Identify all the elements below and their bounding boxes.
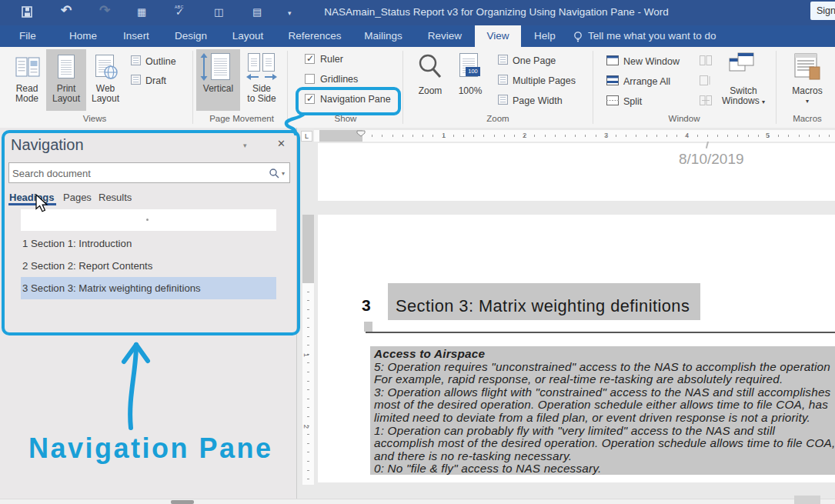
document-heading: Section 3: Matrix weighting definitions: [396, 296, 690, 316]
new-window-icon: [606, 55, 619, 65]
vertical-button[interactable]: [196, 49, 240, 111]
page-width-button[interactable]: Page Width: [513, 95, 563, 106]
ruler-label[interactable]: Ruler: [320, 54, 343, 65]
group-separator: [402, 51, 403, 124]
body-line: 3: Operation allows flight with "constra…: [374, 386, 835, 399]
annotation-label: Navigation Pane: [28, 432, 273, 465]
ruler-number: 3: [604, 131, 608, 139]
body-line: 0: No "file & fly" access to NAS necessa…: [374, 462, 835, 476]
taskbar-icon: [171, 500, 194, 504]
tab-layout[interactable]: Layout: [231, 25, 265, 47]
ribbon: Read Mode Print Layout Web Layout Outlin…: [0, 47, 835, 129]
two-page-view-icon[interactable]: ◫: [214, 7, 223, 17]
tellme-box[interactable]: Tell me what you want to do: [588, 25, 716, 47]
ruler-checkmark: ✓: [306, 54, 314, 63]
status-bar: [0, 499, 835, 504]
table-insert-icon[interactable]: ▤: [252, 7, 262, 17]
tab-file[interactable]: File: [14, 25, 42, 47]
sign-in-button[interactable]: Sign: [810, 2, 835, 20]
vruler-ticks: [307, 283, 309, 485]
tab-home[interactable]: Home: [68, 25, 99, 47]
body-line: For example, rapid response, or real-tim…: [374, 373, 835, 386]
heading-number: 3: [362, 296, 371, 315]
body-line: 5: Operation requires "unconstrained" ac…: [374, 361, 835, 374]
vruler-number: 1: [302, 353, 311, 357]
split-icon: [606, 95, 619, 105]
tab-view[interactable]: View: [475, 25, 521, 47]
body-line: limited need to deviate from a filed pla…: [374, 412, 835, 425]
document-page-1: [318, 143, 835, 201]
tab-references[interactable]: References: [288, 25, 342, 47]
macros-group-label: Macros: [783, 114, 831, 123]
tab-help[interactable]: Help: [533, 25, 557, 47]
group-separator: [776, 51, 777, 124]
reset-window-position-icon: [700, 95, 712, 105]
one-page-button[interactable]: One Page: [513, 55, 556, 66]
heading-underline: [366, 332, 835, 333]
tab-design[interactable]: Design: [175, 25, 207, 47]
group-separator: [593, 51, 593, 124]
save-icon[interactable]: [22, 6, 32, 18]
vruler-number: 2: [302, 425, 311, 429]
page-movement-group-label: Page Movement: [203, 114, 280, 123]
gridlines-label[interactable]: Gridlines: [320, 74, 358, 85]
spelling-check-icon[interactable]: ✓: [175, 7, 184, 17]
page-width-icon: [498, 95, 508, 105]
ribbon-tabs: File Home Insert Design Layout Reference…: [0, 25, 835, 47]
ruler-number: 2: [523, 131, 526, 139]
outline-button[interactable]: Outline: [145, 56, 176, 67]
multiple-pages-icon: [498, 75, 508, 85]
vertical-ruler[interactable]: 1 2: [302, 143, 314, 485]
split-button[interactable]: Split: [623, 96, 642, 107]
body-line: Access to Airspace: [374, 348, 835, 361]
print-layout-button[interactable]: [46, 49, 86, 111]
hundred-button[interactable]: [453, 47, 488, 111]
body-line: and there is no re-tasking necessary.: [374, 450, 835, 463]
body-line: 1: Operation can probably fly with "very…: [374, 425, 835, 438]
tab-mailings[interactable]: Mailings: [362, 25, 405, 47]
draw-table-icon[interactable]: ▦: [137, 7, 146, 17]
show-group-label: Show: [322, 114, 369, 123]
nav-pane-annotation-box: [2, 130, 300, 335]
switch-windows-button[interactable]: [720, 47, 765, 111]
web-layout-button[interactable]: [87, 47, 124, 111]
ruler-number: 4: [685, 131, 689, 139]
zoom-button[interactable]: [412, 47, 448, 111]
redo-icon[interactable]: ↷: [99, 5, 110, 15]
tab-insert[interactable]: Insert: [122, 25, 151, 47]
window-group-label: Window: [660, 114, 708, 123]
read-mode-button[interactable]: [8, 47, 46, 111]
arrange-all-icon: [606, 75, 619, 85]
horizontal-ruler[interactable]: 1 2 3 4 5: [314, 130, 835, 142]
view-side-by-side-icon: [700, 55, 712, 65]
ruler-number: 1: [442, 131, 446, 139]
multiple-pages-button[interactable]: Multiple Pages: [513, 75, 576, 86]
body-line: most of the desired operation. Operation…: [374, 399, 835, 412]
vruler-body: 1 2: [302, 283, 314, 485]
arrange-all-button[interactable]: Arrange All: [623, 76, 670, 87]
ruler-number: 5: [766, 131, 770, 139]
gridlines-checkbox[interactable]: [305, 74, 315, 84]
window-title: NASAmain_Status Report v3 for Organizing…: [319, 6, 673, 18]
draft-icon: [131, 75, 141, 85]
draft-button[interactable]: Draft: [145, 75, 166, 86]
mouse-cursor: [35, 194, 49, 214]
qat-customize-icon[interactable]: ▾: [288, 8, 292, 18]
tab-review[interactable]: Review: [426, 25, 463, 47]
new-window-button[interactable]: New Window: [623, 56, 680, 67]
body-line: accomplish most of the desired operation…: [374, 437, 835, 450]
vruler-margin-zone: [302, 215, 314, 283]
document-body: Access to Airspace 5: Operation requires…: [374, 348, 835, 476]
macros-button[interactable]: [789, 47, 827, 111]
outline-icon: [131, 55, 141, 65]
annotation-arrow: [108, 337, 162, 434]
annotation-connector: [276, 102, 322, 138]
ruler-ticks: [362, 135, 835, 137]
title-bar: ↶ ↷ ▦ ABC ✓ ◫ ▤ ▾ NASAmain_Status Report…: [0, 0, 835, 25]
views-group-label: Views: [72, 114, 118, 123]
undo-icon[interactable]: ↶: [61, 5, 72, 15]
paragraph-mark-highlight: [364, 322, 372, 332]
side-to-side-button[interactable]: [243, 47, 282, 111]
first-line-indent-marker[interactable]: [356, 130, 366, 137]
group-separator: [192, 51, 193, 124]
